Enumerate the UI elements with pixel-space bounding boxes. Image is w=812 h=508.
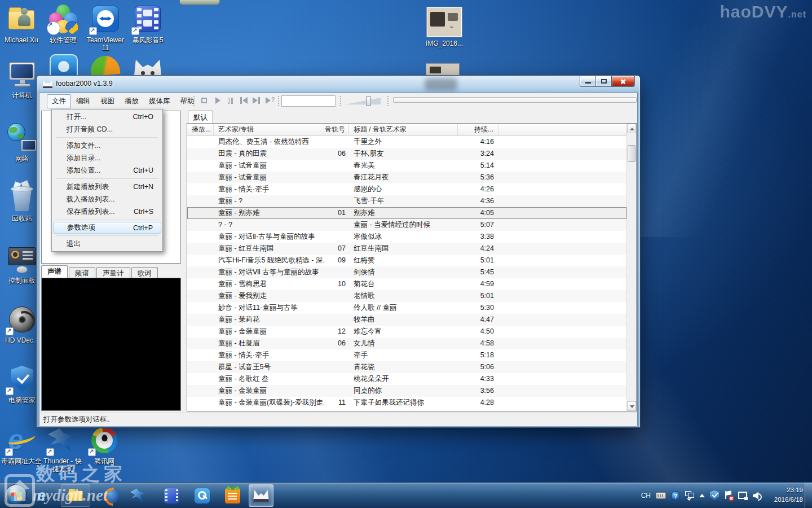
show-desktop-button[interactable] bbox=[805, 483, 812, 508]
menubar-item[interactable]: 编辑 bbox=[71, 94, 95, 108]
titlebar[interactable]: foobar2000 v1.3.9 bbox=[37, 76, 640, 93]
table-row[interactable]: 童丽 - 雪梅思君10菊花台4:59 bbox=[187, 278, 626, 290]
hidden-leaf-icon[interactable] bbox=[90, 55, 121, 76]
taskbar-button-orange-app[interactable] bbox=[222, 484, 242, 507]
scroll-down-icon[interactable] bbox=[627, 401, 636, 411]
pause-icon[interactable] bbox=[225, 95, 236, 106]
column-header-title[interactable]: 标题 / 音轨艺术家 bbox=[349, 124, 458, 135]
desktop-icon-duba-nav[interactable]: e 毒霸网址大全 bbox=[0, 426, 43, 465]
close-button[interactable] bbox=[612, 76, 635, 87]
table-row[interactable]: ? - ?童丽 - 当爱情经过的时候5:07 bbox=[187, 219, 626, 231]
speaker-icon[interactable] bbox=[753, 492, 762, 500]
table-row[interactable]: 妙音 - 对话11-童丽与古筝伶人歌 // 童丽5:30 bbox=[187, 302, 626, 314]
random-icon[interactable]: ? bbox=[264, 95, 275, 106]
table-row[interactable]: 汽车Hi-Fi音乐5 靓绝民歌精选 - 深...09红梅赞5:01 bbox=[187, 255, 626, 266]
scroll-up-icon[interactable] bbox=[627, 124, 636, 133]
playlist-tab-default[interactable]: 默认 bbox=[188, 111, 213, 124]
desktop-icon-img-photo[interactable]: IMG_2016... bbox=[422, 7, 466, 47]
table-row[interactable]: 周杰伦、费玉清 - 依然范特西千里之外4:16 bbox=[187, 136, 626, 148]
window-stack-icon[interactable] bbox=[685, 491, 694, 500]
toolbar-grip[interactable] bbox=[340, 96, 342, 106]
table-row[interactable]: 童丽 - 名歌红 叁桃花朵朵开4:33 bbox=[187, 373, 626, 385]
hidden-media-player-icon[interactable] bbox=[50, 54, 78, 75]
desktop-icon-storm-player[interactable]: 暴风影音5 bbox=[126, 5, 170, 44]
guard-shield-icon[interactable] bbox=[710, 491, 719, 501]
taskbar-button-key-app[interactable] bbox=[192, 484, 212, 507]
viz-tab[interactable]: 声谱 bbox=[41, 265, 68, 278]
table-row[interactable]: 童丽 - 金装童丽同桌的你3:56 bbox=[187, 385, 626, 397]
play-icon[interactable] bbox=[212, 95, 223, 106]
table-row[interactable]: 童丽 - 金装童丽12难忘今宵4:50 bbox=[187, 326, 626, 338]
menu-item[interactable]: 新建播放列表Ctrl+N bbox=[52, 181, 162, 193]
column-header-duration[interactable]: 持续... bbox=[458, 124, 498, 135]
desktop-icon-qq-web[interactable]: 腾讯网 bbox=[82, 426, 126, 465]
menu-item[interactable]: 添加文件... bbox=[52, 139, 162, 152]
column-header-playing[interactable]: 播放... bbox=[187, 124, 214, 135]
taskbar-button-firefox[interactable] bbox=[102, 484, 122, 507]
table-row[interactable]: 童丽 - 情关·牵手感恩的心4:26 bbox=[187, 183, 626, 195]
table-row[interactable]: 童丽 - 情关·牵手牵手5:18 bbox=[187, 349, 626, 361]
menu-item[interactable]: 打开音频 CD... bbox=[52, 123, 162, 135]
table-row[interactable]: 童丽 - 对话Ⅶ 古筝与童丽的故事剑侠情5:45 bbox=[187, 266, 626, 278]
taskbar-button-storm-player[interactable] bbox=[161, 484, 182, 507]
taskbar-button-foobar2000[interactable] bbox=[249, 484, 273, 507]
table-row[interactable]: 童丽 - 茉莉花牧羊曲4:47 bbox=[187, 314, 626, 326]
table-row[interactable]: 童丽 - 对话Ⅱ-古筝与童丽的故事寒傲似冰3:38 bbox=[187, 231, 626, 243]
table-row[interactable]: 童丽 - 别亦难01别亦难4:05 bbox=[187, 207, 626, 219]
table-row[interactable]: 群星 - 试音王5号青花瓷5:06 bbox=[187, 361, 626, 373]
toolbar-grip[interactable] bbox=[193, 96, 195, 106]
taskbar-button-ie[interactable]: e bbox=[33, 484, 51, 507]
previous-icon[interactable] bbox=[238, 95, 249, 106]
language-indicator[interactable]: CH bbox=[641, 492, 651, 500]
table-row[interactable]: 童丽 - 爱我别走老情歌5:01 bbox=[187, 290, 626, 302]
viz-tab[interactable]: 频谱 bbox=[69, 267, 95, 278]
viz-tab[interactable]: 歌词 bbox=[131, 267, 158, 278]
minimize-button[interactable] bbox=[580, 76, 596, 87]
column-header-artist[interactable]: 艺术家/专辑 bbox=[214, 124, 324, 135]
menu-item[interactable]: 添加目录... bbox=[52, 152, 162, 164]
table-row[interactable]: 田震 - 真的田震06干杯,朋友3:24 bbox=[187, 148, 626, 160]
volume-slider-thumb[interactable] bbox=[366, 96, 371, 106]
menu-item[interactable]: 打开...Ctrl+O bbox=[52, 111, 162, 123]
table-row[interactable]: 童丽 - 试音童丽春江花月夜5:36 bbox=[187, 172, 626, 183]
desktop-icon-software-manager[interactable]: 软件管理 bbox=[41, 5, 85, 44]
network-tray-icon[interactable] bbox=[738, 492, 748, 500]
scrollbar-thumb[interactable] bbox=[628, 145, 636, 162]
spectrum-panel[interactable] bbox=[41, 278, 181, 411]
menu-item[interactable]: 退出 bbox=[52, 238, 162, 250]
hidden-foobar-icon[interactable] bbox=[134, 59, 161, 75]
menubar-item[interactable]: 媒体库 bbox=[144, 94, 175, 108]
next-icon[interactable] bbox=[251, 95, 262, 106]
desktop-icon-michael-xu[interactable]: Michael Xu bbox=[0, 5, 43, 44]
menu-item[interactable]: 载入播放列表... bbox=[52, 193, 162, 205]
desktop-icon-thunder[interactable]: Thunder - 快捷方式 bbox=[41, 426, 85, 474]
action-center-flag-icon[interactable] bbox=[724, 491, 733, 501]
table-row[interactable]: 童丽 - ?飞雪·千年4:36 bbox=[187, 195, 626, 207]
vertical-scrollbar[interactable] bbox=[626, 124, 636, 411]
taskbar-clock[interactable]: 23:19 2016/6/18 bbox=[774, 485, 803, 504]
show-hidden-icons[interactable] bbox=[699, 494, 705, 497]
menu-item[interactable]: 添加位置...Ctrl+U bbox=[52, 164, 162, 177]
desktop-icon-teamviewer[interactable]: TeamViewer 11 bbox=[83, 5, 127, 52]
taskbar-button-thunder[interactable] bbox=[129, 484, 149, 507]
table-row[interactable]: 童丽 - 金装童丽(双碟装)-爱我别走...11下辈子如果我还记得你4:28 bbox=[187, 397, 626, 409]
table-row[interactable]: 童丽 - 红豆生南国07红豆生南国4:24 bbox=[187, 243, 626, 255]
menu-item[interactable]: 参数选项Ctrl+P bbox=[53, 222, 161, 234]
table-row[interactable]: 童丽 - 试音童丽春光美5:14 bbox=[187, 160, 626, 172]
maximize-button[interactable] bbox=[596, 76, 612, 87]
menubar-item[interactable]: 文件 bbox=[47, 94, 71, 108]
taskbar-button-explorer[interactable] bbox=[61, 484, 90, 507]
keyboard-icon[interactable] bbox=[656, 492, 666, 499]
hidden-photo-icon[interactable] bbox=[426, 63, 460, 75]
seekbar[interactable] bbox=[393, 97, 637, 103]
menubar-item[interactable]: 帮助 bbox=[175, 94, 200, 108]
toolbar-grip[interactable] bbox=[387, 96, 389, 106]
table-row[interactable]: 童丽 - 杜凝眉06女儿情4:58 bbox=[187, 338, 626, 349]
start-button[interactable] bbox=[5, 484, 27, 507]
help-icon[interactable]: ? bbox=[671, 491, 680, 500]
menu-item[interactable]: 保存播放列表...Ctrl+S bbox=[52, 205, 162, 218]
menubar-item[interactable]: 视图 bbox=[95, 94, 120, 108]
taskbar[interactable]: e CH ? 23:19 2016/6/18 bbox=[0, 482, 812, 508]
search-input[interactable] bbox=[281, 95, 336, 107]
stop-icon[interactable] bbox=[199, 95, 210, 106]
